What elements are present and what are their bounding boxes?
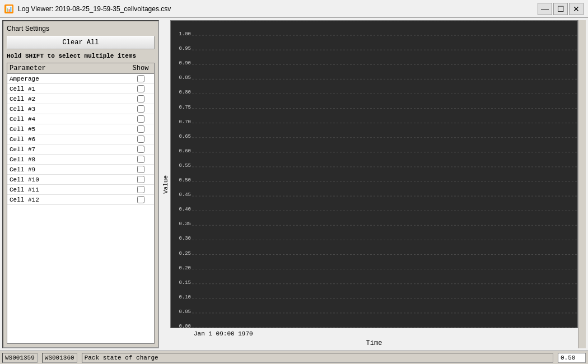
parameter-rows: AmperageCell #1Cell #2Cell #3Cell #4Cell… xyxy=(7,74,154,205)
title-bar: 📊 Log Viewer: 2019-08-25_19-59-35_cellvo… xyxy=(0,0,588,18)
y-tick-label: 0.80 xyxy=(172,90,191,95)
y-tick-label: 1.00 xyxy=(172,31,191,37)
y-tick-label: 0.60 xyxy=(172,148,191,154)
y-tick-label: 0.50 xyxy=(172,178,191,183)
chart-plot: 1.051.000.950.900.850.800.750.700.650.60… xyxy=(170,20,578,328)
param-show-checkbox[interactable] xyxy=(137,85,144,92)
status-item-2: WS001360 xyxy=(42,353,77,363)
param-show-checkbox[interactable] xyxy=(137,176,144,183)
status-bar: WS001359 WS001360 Pack state of charge 0… xyxy=(0,351,588,364)
y-tick-label: 0.35 xyxy=(172,221,191,227)
close-button[interactable]: ✕ xyxy=(569,3,584,15)
table-row[interactable]: Cell #8 xyxy=(7,155,154,165)
status-item-3: Pack state of charge xyxy=(82,353,553,363)
right-scrollbar[interactable] xyxy=(578,20,586,348)
y-axis-label: Value xyxy=(161,20,170,348)
param-show-checkbox[interactable] xyxy=(137,136,144,143)
param-name: Cell #11 xyxy=(10,186,129,193)
table-row[interactable]: Amperage xyxy=(7,74,154,84)
param-name: Cell #4 xyxy=(10,116,129,123)
table-row[interactable]: Cell #6 xyxy=(7,134,154,144)
param-name: Cell #12 xyxy=(10,197,129,203)
y-tick-label: 0.90 xyxy=(172,60,191,66)
param-show-checkbox[interactable] xyxy=(137,196,144,203)
y-tick-label: 0.25 xyxy=(172,251,191,256)
chart-settings-label: Chart Settings xyxy=(7,25,155,32)
y-tick-label: 0.05 xyxy=(172,309,191,315)
chart-area: Value 1.051.000.950.900.850.800.750.700.… xyxy=(161,20,586,348)
show-col-header: Show xyxy=(129,64,152,72)
param-show-checkbox[interactable] xyxy=(137,95,144,102)
shift-hint: Hold SHIFT to select multiple items xyxy=(7,52,155,60)
param-name: Cell #3 xyxy=(10,106,129,113)
table-row[interactable]: Cell #5 xyxy=(7,124,154,134)
param-name: Cell #7 xyxy=(10,146,129,153)
table-row[interactable]: Cell #11 xyxy=(7,185,154,195)
param-name: Cell #1 xyxy=(10,86,129,92)
window-title: Log Viewer: 2019-08-25_19-59-35_cellvolt… xyxy=(18,5,171,13)
param-show-checkbox[interactable] xyxy=(137,166,144,173)
y-tick-label: 0.40 xyxy=(172,207,191,212)
app-icon: 📊 xyxy=(4,4,13,13)
y-tick-label: 0.15 xyxy=(172,280,191,286)
param-name: Cell #6 xyxy=(10,136,129,143)
left-panel: Chart Settings Clear All Hold SHIFT to s… xyxy=(2,20,159,348)
param-name: Cell #10 xyxy=(10,176,129,183)
table-row[interactable]: Cell #7 xyxy=(7,144,154,155)
status-item-1: WS001359 xyxy=(2,353,38,363)
param-show-checkbox[interactable] xyxy=(137,146,144,153)
y-tick-label: 1.05 xyxy=(172,20,191,22)
title-bar-left: 📊 Log Viewer: 2019-08-25_19-59-35_cellvo… xyxy=(4,4,171,13)
param-name: Cell #2 xyxy=(10,96,129,102)
main-content: Chart Settings Clear All Hold SHIFT to s… xyxy=(0,18,588,364)
param-show-checkbox[interactable] xyxy=(137,115,144,123)
clear-all-button[interactable]: Clear All xyxy=(7,36,155,49)
table-row[interactable]: Cell #3 xyxy=(7,104,154,114)
x-axis-area: Jan 1 09:00 1970 xyxy=(170,328,578,339)
param-show-checkbox[interactable] xyxy=(137,105,144,113)
y-tick-label: 0.95 xyxy=(172,46,191,52)
param-show-checkbox[interactable] xyxy=(137,156,144,163)
param-show-checkbox[interactable] xyxy=(137,125,144,133)
y-tick-label: 0.75 xyxy=(172,105,191,110)
param-name: Cell #5 xyxy=(10,126,129,133)
table-row[interactable]: Cell #1 xyxy=(7,84,154,94)
table-row[interactable]: Cell #12 xyxy=(7,195,154,205)
table-row[interactable]: Cell #10 xyxy=(7,175,154,185)
title-controls: — ☐ ✕ xyxy=(538,3,584,15)
maximize-button[interactable]: ☐ xyxy=(553,3,568,15)
y-tick-label: 0.85 xyxy=(172,75,191,81)
y-tick-label: 0.10 xyxy=(172,295,191,300)
chart-svg xyxy=(192,21,577,328)
y-tick-label: 0.45 xyxy=(172,192,191,198)
param-name: Cell #9 xyxy=(10,166,129,173)
param-name: Cell #8 xyxy=(10,156,129,163)
y-tick-label: 0.20 xyxy=(172,265,191,271)
param-show-checkbox[interactable] xyxy=(137,75,144,82)
x-axis-title: Time xyxy=(170,339,578,348)
x-start-label: Jan 1 09:00 1970 xyxy=(194,330,253,337)
y-tick-label: 0.30 xyxy=(172,236,191,241)
table-row[interactable]: Cell #9 xyxy=(7,165,154,175)
y-tick-label: 0.70 xyxy=(172,119,191,125)
parameter-table: Parameter Show AmperageCell #1Cell #2Cel… xyxy=(7,63,155,344)
parameter-col-header: Parameter xyxy=(10,64,129,72)
chart-and-x: 1.051.000.950.900.850.800.750.700.650.60… xyxy=(170,20,578,348)
table-row[interactable]: Cell #2 xyxy=(7,94,154,104)
param-name: Amperage xyxy=(10,76,129,82)
inner-window: Chart Settings Clear All Hold SHIFT to s… xyxy=(0,18,588,351)
param-show-checkbox[interactable] xyxy=(137,186,144,193)
minimize-button[interactable]: — xyxy=(538,3,552,15)
status-value: 0.50 xyxy=(558,353,586,363)
table-header: Parameter Show xyxy=(7,63,154,74)
table-row[interactable]: Cell #4 xyxy=(7,114,154,124)
y-tick-label: 0.55 xyxy=(172,163,191,169)
chart-wrapper: Value 1.051.000.950.900.850.800.750.700.… xyxy=(161,20,586,348)
y-tick-label: 0.00 xyxy=(172,324,191,328)
y-tick-label: 0.65 xyxy=(172,134,191,139)
